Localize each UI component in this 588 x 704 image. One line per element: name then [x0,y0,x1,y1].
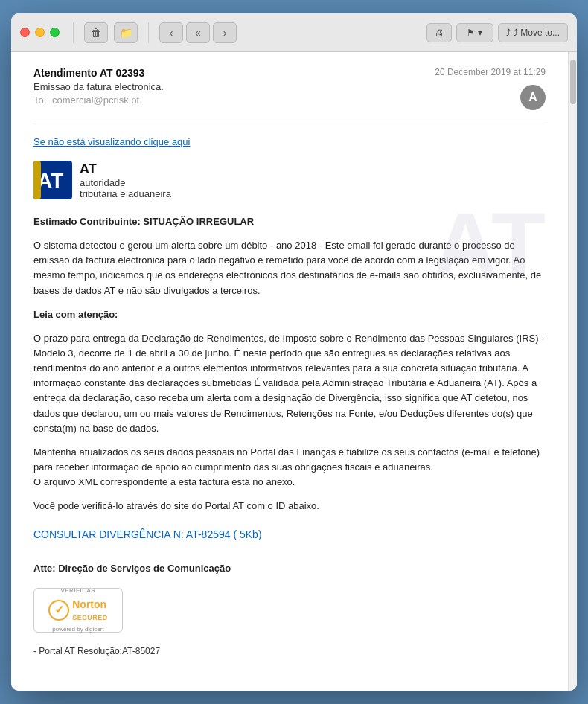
move-icon: ⤴ [506,28,511,38]
closing: Atte: Direção de Serviços de Comunicação [33,561,546,576]
svg-text:AT: AT [37,169,63,192]
paragraph4: Você pode verificá-lo através do site do… [33,499,546,513]
at-name: AT [80,161,171,177]
back-all-button[interactable]: « [186,22,210,43]
paragraph1: O sistema detectou e gerou um alerta sob… [33,238,546,298]
norton-check-circle: ✓ [48,600,69,621]
svg-rect-2 [33,161,41,199]
print-icon: 🖨 [435,28,444,38]
archive-icon: 📁 [120,27,132,39]
scrollbar[interactable] [568,52,577,691]
back-icon: ‹ [170,27,173,39]
forward-button[interactable]: › [213,22,237,43]
email-header-left: Atendimento AT 02393 Emissao da fatura e… [33,67,164,106]
paragraph2: O prazo para entrega da Declaração de Re… [33,331,546,436]
move-to-button[interactable]: ⤴ ⤴ Move to... [498,23,568,42]
content-body: AT Estimado Contribuinte: SITUAÇÃO IRREG… [33,214,546,659]
nav-buttons: ‹ « › [159,22,237,43]
email-subtitle: Emissao da fatura electronica. [33,81,164,92]
email-body: Atendimento AT 02393 Emissao da fatura e… [11,52,568,691]
separator2 [148,22,149,43]
titlebar: 🗑 📁 ‹ « › 🖨 ⚑ ▾ ⤴ [11,13,577,52]
flag-icon: ⚑ [467,28,475,38]
checkmark-icon: ✓ [54,601,64,620]
delete-icon: 🗑 [91,27,101,39]
avatar: A [520,85,546,110]
norton-secured: SECURED [72,613,108,624]
toolbar-right: 🖨 ⚑ ▾ ⤴ ⤴ Move to... [426,23,568,42]
at-logo-text: AT autoridade tributária e aduaneira [80,161,171,199]
back-all-icon: « [195,27,201,39]
email-date: 20 December 2019 at 11:29 [435,67,546,77]
email-container: Atendimento AT 02393 Emissao da fatura e… [11,52,577,691]
paragraph3: Mantenha atualizados os seus dados pesso… [33,445,546,490]
separator1 [73,22,74,43]
email-header: Atendimento AT 02393 Emissao da fatura e… [33,67,546,110]
download-link[interactable]: CONSULTAR DIVERGÊNCIA N: AT-82594 ( 5Kb) [33,527,262,543]
close-button[interactable] [20,28,30,37]
norton-badge-container: VERIFICAR ✓ Norton SECURED powered by di… [33,588,546,633]
minimize-button[interactable] [35,28,45,37]
view-in-browser-link[interactable]: Se não está visualizando clique aqui [33,136,190,147]
print-button[interactable]: 🖨 [426,23,452,42]
at-line1: autoridade [80,177,171,188]
archive-button[interactable]: 📁 [114,22,138,43]
norton-badge: VERIFICAR ✓ Norton SECURED powered by di… [33,588,123,633]
email-to: To: comercial@pcrisk.pt [33,95,164,106]
at-logo-icon: AT [33,161,72,199]
email-window: 🗑 📁 ‹ « › 🖨 ⚑ ▾ ⤴ [11,13,577,691]
norton-verify-text: VERIFICAR [60,586,95,595]
to-label: To: [33,95,46,106]
read-carefully: Leia com atenção: [33,307,546,322]
at-logo: AT AT autoridade tributária e aduaneira [33,161,546,199]
maximize-button[interactable] [50,28,60,37]
flag-button[interactable]: ⚑ ▾ [456,23,493,42]
header-divider [33,121,546,121]
email-subject: Atendimento AT 02393 [33,67,164,79]
at-line2: tributária e aduaneira [80,188,171,199]
flag-chevron-icon: ▾ [478,28,482,38]
back-button[interactable]: ‹ [159,22,183,43]
powered-by: powered by digicert [52,625,103,634]
traffic-lights [20,28,60,37]
delete-button[interactable]: 🗑 [84,22,108,43]
email-header-right: 20 December 2019 at 11:29 A [435,67,546,110]
forward-icon: › [223,27,227,39]
to-address: comercial@pcrisk.pt [52,95,139,106]
salutation: Estimado Contribuinte: SITUAÇÃO IRREGULA… [33,214,546,229]
norton-name: Norton [72,597,108,613]
footer-text: - Portal AT Resolução:AT-85027 [33,644,546,659]
